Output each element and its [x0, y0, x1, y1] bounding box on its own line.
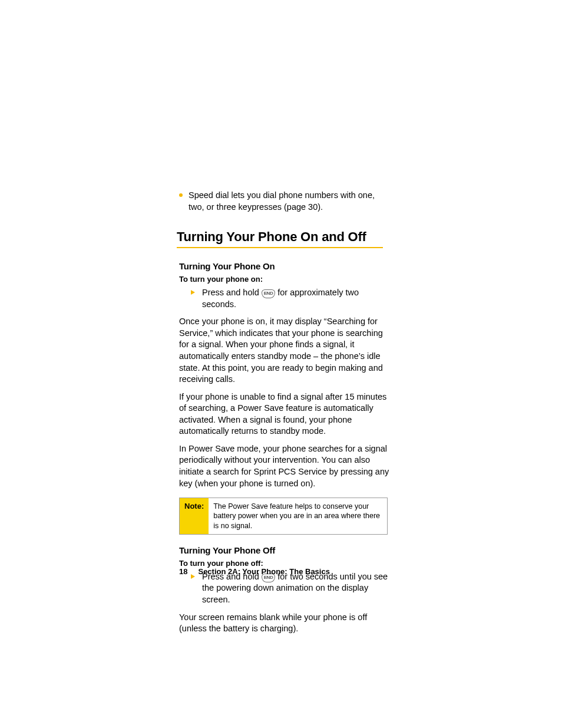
instruction-off: To turn your phone off:: [179, 559, 391, 568]
off-para-1: Your screen remains blank while your pho…: [179, 612, 391, 635]
on-para-3: In Power Save mode, your phone searches …: [179, 443, 391, 489]
arrow-icon: [191, 290, 195, 295]
feature-bullet-row: Speed dial lets you dial phone numbers w…: [179, 190, 391, 213]
instruction-on: To turn your phone on:: [179, 275, 391, 284]
step-off: Press and hold END for two seconds until…: [179, 571, 391, 606]
feature-bullet-text: Speed dial lets you dial phone numbers w…: [189, 190, 391, 213]
page-number: 18: [179, 567, 187, 576]
note-body: The Power Save feature helps to conserve…: [209, 498, 387, 534]
step-on-text: Press and hold END for approximately two…: [202, 287, 391, 310]
section-label: Section 2A: Your Phone: The Basics: [198, 567, 329, 576]
note-label: Note:: [180, 498, 209, 534]
step-on-pre: Press and hold: [202, 288, 262, 297]
subheading-off: Turning Your Phone Off: [179, 545, 391, 555]
on-para-2: If your phone is unable to find a signal…: [179, 391, 391, 437]
end-key-icon: END: [262, 289, 275, 298]
step-on: Press and hold END for approximately two…: [179, 287, 391, 310]
manual-page: Speed dial lets you dial phone numbers w…: [0, 0, 562, 728]
bullet-icon: [179, 193, 183, 197]
note-box: Note: The Power Save feature helps to co…: [179, 498, 388, 535]
subheading-on: Turning Your Phone On: [179, 261, 391, 271]
section-heading: Turning Your Phone On and Off: [177, 229, 383, 248]
step-off-text: Press and hold END for two seconds until…: [202, 571, 391, 606]
page-footer: 18Section 2A: Your Phone: The Basics: [179, 567, 330, 576]
on-para-1: Once your phone is on, it may display “S…: [179, 316, 391, 385]
